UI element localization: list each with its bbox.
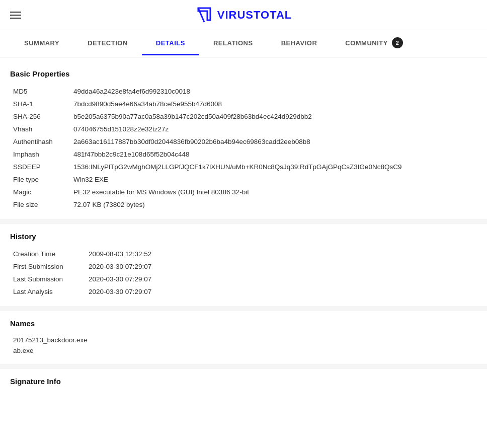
- prop-label-filetype: File type: [10, 173, 70, 186]
- tab-behavior[interactable]: BEHAVIOR: [267, 32, 332, 55]
- list-item: 20175213_backdoor.exe: [10, 335, 477, 345]
- divider-1: [0, 219, 487, 224]
- prop-value-filetype: Win32 EXE: [70, 173, 477, 186]
- signature-info-section: Signature Info: [10, 377, 477, 386]
- table-row: Last Submission 2020-03-30 07:29:07: [10, 273, 477, 285]
- prop-label-magic: Magic: [10, 186, 70, 198]
- prop-value-ssdeep: 1536:INLyPlTpG2wMghOMj2LLGPfJQCF1k7lXHUN…: [70, 161, 477, 173]
- basic-properties-title: Basic Properties: [10, 69, 477, 78]
- table-row: File type Win32 EXE: [10, 173, 477, 186]
- history-section: History Creation Time 2009-08-03 12:32:5…: [10, 232, 477, 298]
- hamburger-menu[interactable]: [10, 12, 21, 19]
- prop-label-authentihash: Authentihash: [10, 135, 70, 148]
- tab-details[interactable]: DETAILS: [142, 32, 199, 55]
- prop-value-filesize: 72.07 KB (73802 bytes): [70, 198, 477, 211]
- table-row: Creation Time 2009-08-03 12:32:52: [10, 248, 477, 260]
- table-row: Imphash 481f47bbb2c9c21e108d65f52b04c448: [10, 148, 477, 161]
- tab-relations[interactable]: RELATIONS: [199, 32, 267, 55]
- signature-info-title: Signature Info: [10, 377, 477, 386]
- tab-community-label: COMMUNITY: [345, 39, 388, 47]
- prop-value-magic: PE32 executable for MS Windows (GUI) Int…: [70, 186, 477, 198]
- table-row: SHA-1 7bdcd9890d5ae4e66a34ab78cef5e955b4…: [10, 98, 477, 110]
- history-value-creation: 2009-08-03 12:32:52: [86, 248, 477, 260]
- table-row: Magic PE32 executable for MS Windows (GU…: [10, 186, 477, 198]
- table-row: SSDEEP 1536:INLyPlTpG2wMghOMj2LLGPfJQCF1…: [10, 161, 477, 173]
- table-row: Vhash 074046755d151028z2e32tz27z: [10, 123, 477, 135]
- prop-label-vhash: Vhash: [10, 123, 70, 135]
- prop-value-md5: 49dda46a2423e8fa4ef6d992310c0018: [70, 85, 477, 98]
- history-value-first: 2020-03-30 07:29:07: [86, 260, 477, 273]
- prop-label-sha1: SHA-1: [10, 98, 70, 110]
- tab-detection[interactable]: DETECTION: [73, 32, 142, 55]
- divider-2: [0, 306, 487, 311]
- history-table: Creation Time 2009-08-03 12:32:52 First …: [10, 248, 477, 298]
- prop-value-imphash: 481f47bbb2c9c21e108d65f52b04c448: [70, 148, 477, 161]
- table-row: SHA-256 b5e205a6375b90a77ac0a58a39b147c2…: [10, 110, 477, 123]
- header: VIRUSTOTAL: [0, 0, 487, 30]
- names-title: Names: [10, 319, 477, 328]
- names-section: Names 20175213_backdoor.exe ab.exe: [10, 319, 477, 356]
- history-value-last: 2020-03-30 07:29:07: [86, 273, 477, 285]
- prop-label-ssdeep: SSDEEP: [10, 161, 70, 173]
- table-row: Last Analysis 2020-03-30 07:29:07: [10, 285, 477, 298]
- community-badge: 2: [392, 37, 403, 48]
- history-title: History: [10, 232, 477, 241]
- prop-label-imphash: Imphash: [10, 148, 70, 161]
- history-label-creation: Creation Time: [10, 248, 86, 260]
- main-content: Basic Properties MD5 49dda46a2423e8fa4ef…: [0, 57, 487, 403]
- table-row: First Submission 2020-03-30 07:29:07: [10, 260, 477, 273]
- divider-3: [0, 364, 487, 369]
- virustotal-logo-icon: [195, 6, 213, 24]
- nav-tabs: SUMMARY DETECTION DETAILS RELATIONS BEHA…: [0, 30, 487, 57]
- prop-label-filesize: File size: [10, 198, 70, 211]
- prop-value-vhash: 074046755d151028z2e32tz27z: [70, 123, 477, 135]
- history-label-analysis: Last Analysis: [10, 285, 86, 298]
- prop-value-authentihash: 2a663ac16117887bb30df0d2044836fb90202b6b…: [70, 135, 477, 148]
- list-item: ab.exe: [10, 345, 477, 356]
- history-label-last: Last Submission: [10, 273, 86, 285]
- tab-summary[interactable]: SUMMARY: [10, 32, 73, 55]
- logo: VIRUSTOTAL: [195, 6, 292, 24]
- table-row: Authentihash 2a663ac16117887bb30df0d2044…: [10, 135, 477, 148]
- prop-value-sha1: 7bdcd9890d5ae4e66a34ab78cef5e955b47d6008: [70, 98, 477, 110]
- table-row: MD5 49dda46a2423e8fa4ef6d992310c0018: [10, 85, 477, 98]
- basic-properties-section: Basic Properties MD5 49dda46a2423e8fa4ef…: [10, 69, 477, 211]
- tab-community[interactable]: COMMUNITY 2: [331, 30, 417, 57]
- names-list: 20175213_backdoor.exe ab.exe: [10, 335, 477, 356]
- table-row: File size 72.07 KB (73802 bytes): [10, 198, 477, 211]
- prop-label-md5: MD5: [10, 85, 70, 98]
- properties-table: MD5 49dda46a2423e8fa4ef6d992310c0018 SHA…: [10, 85, 477, 211]
- svg-line-1: [198, 8, 204, 22]
- prop-value-sha256: b5e205a6375b90a77ac0a58a39b147c202cd50a4…: [70, 110, 477, 123]
- history-value-analysis: 2020-03-30 07:29:07: [86, 285, 477, 298]
- prop-label-sha256: SHA-256: [10, 110, 70, 123]
- history-label-first: First Submission: [10, 260, 86, 273]
- logo-text: VIRUSTOTAL: [217, 9, 292, 22]
